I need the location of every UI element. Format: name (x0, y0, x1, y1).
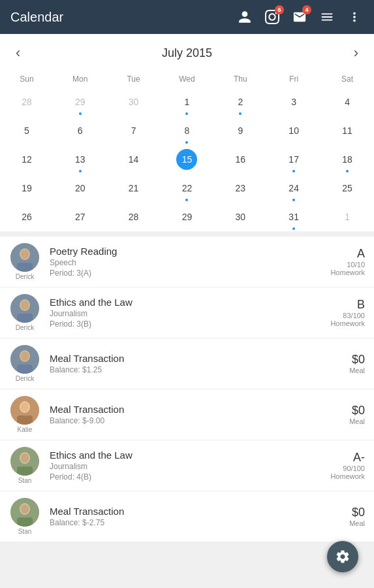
avatar (10, 498, 39, 527)
day-number: 31 (283, 206, 304, 227)
events-list: DerickPoetry ReadingSpeechPeriod: 3(A)A1… (0, 237, 374, 542)
event-dot (185, 199, 188, 201)
calendar-day[interactable]: 21 (107, 174, 161, 203)
calendar-day[interactable]: 8 (161, 116, 214, 145)
calendar-day[interactable]: 1 (320, 203, 374, 231)
day-number: 1 (337, 206, 358, 227)
calendar-day[interactable]: 6 (54, 116, 107, 145)
calendar-day[interactable]: 12 (0, 145, 54, 174)
calendar-day[interactable]: 11 (320, 116, 374, 145)
calendar-day[interactable]: 17 (267, 145, 320, 174)
calendar-day[interactable]: 29 (161, 203, 214, 231)
next-month-button[interactable]: › (349, 42, 364, 64)
calendar-day[interactable]: 4 (320, 88, 374, 116)
event-title: Meal Transaction (50, 353, 319, 364)
notification-icon-btn[interactable]: 4 (290, 8, 309, 26)
avatar-wrap: Derick (9, 294, 40, 331)
avatar (10, 396, 39, 425)
calendar-day[interactable]: 9 (213, 116, 267, 145)
svg-point-4 (21, 250, 29, 259)
day-number: 25 (337, 178, 358, 199)
svg-rect-23 (17, 466, 33, 476)
event-meta: $0Meal (319, 506, 365, 527)
day-number: 26 (16, 206, 37, 227)
calendar-day[interactable]: 23 (213, 174, 267, 203)
calendar-day[interactable]: 31 (267, 203, 320, 231)
event-item[interactable]: StanMeal TransactionBalance: $-2.75$0Mea… (0, 491, 374, 542)
day-number: 9 (230, 120, 251, 141)
day-number: 5 (16, 120, 37, 141)
event-item[interactable]: DerickMeal TransactionBalance: $1.25$0Me… (0, 338, 374, 389)
calendar-day[interactable]: 19 (0, 174, 54, 203)
more-icon-btn[interactable] (345, 8, 364, 26)
calendar-day[interactable]: 30 (213, 203, 267, 231)
avatar-wrap: Stan (9, 498, 40, 535)
calendar-day[interactable]: 20 (54, 174, 107, 203)
calendar-day[interactable]: 5 (0, 116, 54, 145)
calendar-day[interactable]: 18 (320, 145, 374, 174)
header-icons: 6 4 (236, 8, 364, 26)
svg-rect-13 (17, 365, 33, 374)
settings-icon-btn[interactable] (318, 8, 336, 26)
notification-badge: 4 (302, 5, 311, 14)
day-number: 12 (16, 149, 37, 170)
day-header-sat: Sat (320, 72, 374, 88)
day-number: 8 (176, 120, 197, 141)
calendar-day[interactable]: 27 (54, 203, 107, 231)
prev-month-button[interactable]: ‹ (10, 42, 25, 64)
calendar-day[interactable]: 28 (107, 203, 161, 231)
avatar-label: Katie (18, 426, 33, 433)
calendar-day[interactable]: 3 (267, 88, 320, 116)
day-number: 20 (70, 178, 91, 199)
event-title: Poetry Reading (50, 246, 319, 257)
event-item[interactable]: StanEthics and the LawJournalismPeriod: … (0, 440, 374, 491)
day-header-thu: Thu (213, 72, 267, 88)
event-type: Homework (319, 319, 365, 327)
calendar-day[interactable]: 7 (107, 116, 161, 145)
day-number: 1 (176, 91, 197, 112)
calendar-week-2: 12131415161718 (0, 145, 374, 174)
calendar-day[interactable]: 30 (107, 88, 161, 116)
event-dot (346, 170, 349, 172)
event-item[interactable]: DerickEthics and the LawJournalismPeriod… (0, 287, 374, 338)
event-grade: $0 (319, 506, 365, 519)
event-dot (185, 112, 188, 115)
person-icon-btn[interactable] (236, 8, 254, 26)
day-number: 3 (283, 91, 304, 112)
event-score: 90/100 (319, 465, 365, 472)
day-number: 6 (70, 120, 91, 141)
calendar-day[interactable]: 26 (0, 203, 54, 231)
event-meta: B83/100Homework (319, 298, 365, 327)
event-score: 10/10 (319, 261, 365, 269)
calendar-day[interactable]: 14 (107, 145, 161, 174)
event-subtitle1: Balance: $-2.75 (50, 518, 319, 527)
avatar-wrap: Katie (9, 396, 40, 433)
day-number: 22 (176, 178, 197, 199)
calendar-day[interactable]: 24 (267, 174, 320, 203)
calendar-day[interactable]: 16 (213, 145, 267, 174)
calendar-day[interactable]: 1 (161, 88, 214, 116)
avatar (10, 447, 39, 476)
calendar-day[interactable]: 25 (320, 174, 374, 203)
event-item[interactable]: DerickPoetry ReadingSpeechPeriod: 3(A)A1… (0, 237, 374, 287)
calendar-day[interactable]: 29 (54, 88, 107, 116)
calendar-day[interactable]: 22 (161, 174, 214, 203)
calendar-day[interactable]: 28 (0, 88, 54, 116)
avatar-label: Stan (18, 477, 32, 484)
calendar-day[interactable]: 10 (267, 116, 320, 145)
calendar-day[interactable]: 15 (161, 145, 214, 174)
calendar-day[interactable]: 13 (54, 145, 107, 174)
instagram-icon-btn[interactable]: 6 (263, 8, 281, 26)
event-dot (185, 170, 188, 172)
fab-settings-button[interactable] (327, 541, 358, 572)
calendar-day[interactable]: 2 (213, 88, 267, 116)
event-item[interactable]: KatieMeal TransactionBalance: $-9.00$0Me… (0, 389, 374, 440)
calendar: ‹ July 2015 › SunMonTueWedThuFriSat 2829… (0, 34, 374, 231)
day-number: 28 (16, 91, 37, 112)
event-details: Poetry ReadingSpeechPeriod: 3(A) (50, 246, 319, 278)
event-type: Meal (319, 519, 365, 527)
event-dot (292, 170, 295, 172)
app-title: Calendar (10, 10, 63, 25)
day-header-mon: Mon (54, 72, 107, 88)
avatar (10, 345, 39, 374)
